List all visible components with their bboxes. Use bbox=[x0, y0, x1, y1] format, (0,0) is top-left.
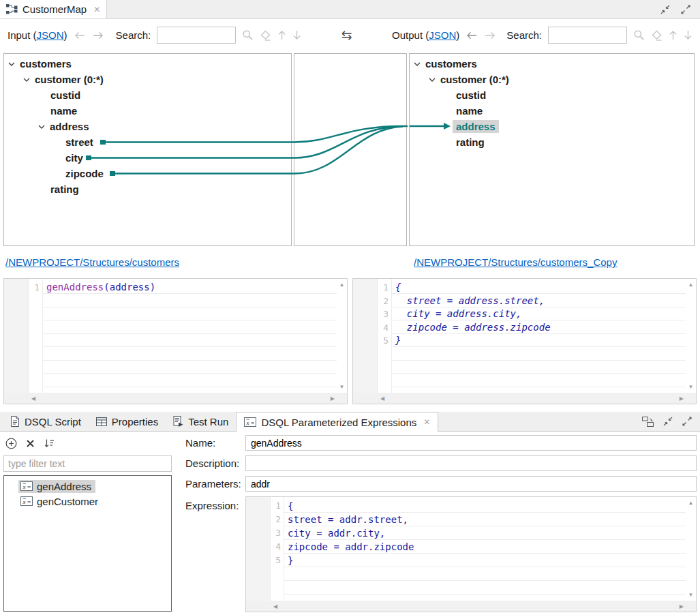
input-tree-item-address[interactable]: address bbox=[4, 119, 291, 134]
tab-test-run[interactable]: Test Run bbox=[166, 412, 236, 431]
back-icon[interactable] bbox=[74, 31, 86, 40]
search-icon[interactable] bbox=[242, 29, 254, 41]
output-clear-icon[interactable] bbox=[651, 29, 663, 41]
output-expression-editor[interactable]: 1 2 3 4 5 { street = address.street, cit… bbox=[352, 278, 697, 404]
scroll-right-icon[interactable]: ▶ bbox=[680, 395, 684, 402]
name-field[interactable] bbox=[245, 435, 697, 451]
tab-customermap[interactable]: CustomerMap ✕ bbox=[0, 0, 107, 18]
output-json-link[interactable]: JSON bbox=[429, 29, 456, 41]
output-forward-icon[interactable] bbox=[484, 31, 496, 40]
chevron-down-icon[interactable] bbox=[429, 78, 436, 82]
output-tree-item-address[interactable]: address bbox=[410, 119, 694, 134]
add-icon[interactable] bbox=[5, 438, 17, 449]
tab-dsql-parameterized-expressions[interactable]: x= DSQL Parameterized Expressions ✕ bbox=[236, 412, 438, 432]
scroll-up-icon[interactable]: ▲ bbox=[688, 500, 694, 506]
minimize-icon[interactable] bbox=[660, 5, 670, 14]
tab-properties[interactable]: Properties bbox=[89, 412, 166, 431]
input-tree-item-customers[interactable]: customers bbox=[4, 56, 291, 72]
output-label: Output (JSON) bbox=[392, 29, 459, 41]
chevron-down-icon[interactable] bbox=[414, 62, 421, 66]
input-structure-link[interactable]: /NEWPROJECT/Structures/customers bbox=[5, 256, 179, 268]
editor-code-area[interactable]: genAddress(address) bbox=[43, 279, 337, 393]
vertical-scrollbar[interactable]: ▲▼ bbox=[686, 497, 696, 601]
tab-title: CustomerMap bbox=[22, 3, 87, 15]
input-tree-item-zipcode[interactable]: zipcode bbox=[4, 166, 291, 181]
sash-divider[interactable] bbox=[0, 404, 700, 412]
output-tree-item-customer[interactable]: customer (0:*) bbox=[410, 72, 694, 87]
input-tree-item-city[interactable]: city bbox=[4, 150, 291, 166]
list-item-gencustomer[interactable]: x= genCustomer bbox=[4, 494, 171, 509]
output-structure-link[interactable]: /NEWPROJECT/Structures/customers_Copy bbox=[414, 256, 617, 268]
output-tree-item-name[interactable]: name bbox=[410, 103, 694, 119]
output-up-icon[interactable] bbox=[669, 30, 678, 40]
map-toolbar: Input (JSON) Search: ⇆ Output (JSON) Sea… bbox=[0, 19, 700, 51]
editor-code-area[interactable]: { street = address.street, city = addres… bbox=[392, 279, 686, 393]
scroll-left-icon[interactable]: ◀ bbox=[31, 395, 35, 402]
input-tree-item-street[interactable]: street bbox=[4, 134, 291, 150]
tree-item-label: customers bbox=[20, 58, 72, 70]
scroll-left-icon[interactable]: ◀ bbox=[273, 603, 277, 610]
parameters-field[interactable] bbox=[245, 476, 697, 492]
change-layout-icon[interactable] bbox=[642, 417, 654, 427]
vertical-scrollbar[interactable]: ▲▼ bbox=[686, 279, 696, 393]
minimize-icon[interactable] bbox=[663, 417, 673, 426]
close-icon[interactable]: ✕ bbox=[423, 417, 430, 427]
scroll-left-icon[interactable]: ◀ bbox=[380, 395, 384, 402]
filter-input[interactable] bbox=[3, 455, 172, 472]
row-separators bbox=[43, 281, 337, 393]
down-icon[interactable] bbox=[292, 30, 301, 40]
input-tree-item-customer[interactable]: customer (0:*) bbox=[4, 72, 291, 87]
forward-icon[interactable] bbox=[92, 31, 104, 40]
tree-item-label: rating bbox=[456, 136, 485, 148]
horizontal-scrollbar[interactable]: ◀▶ bbox=[353, 393, 696, 404]
expressions-toolbar bbox=[3, 434, 183, 452]
scroll-right-icon[interactable]: ▶ bbox=[680, 603, 684, 610]
chevron-down-icon[interactable] bbox=[8, 62, 15, 66]
input-tree-item-rating[interactable]: rating bbox=[4, 181, 291, 197]
scroll-up-icon[interactable]: ▲ bbox=[688, 282, 694, 288]
input-tree-item-custid[interactable]: custid bbox=[4, 87, 291, 103]
input-json-link[interactable]: JSON bbox=[37, 29, 64, 41]
output-tree-item-customers[interactable]: customers bbox=[410, 56, 694, 72]
up-icon[interactable] bbox=[277, 30, 286, 40]
scroll-right-icon[interactable]: ▶ bbox=[331, 395, 335, 402]
sort-icon[interactable] bbox=[44, 438, 55, 448]
mapping-canvas[interactable] bbox=[294, 53, 407, 246]
expression-editor[interactable]: 1 2 3 4 5 { street = addr.street, city =… bbox=[245, 496, 697, 612]
output-tree-item-custid[interactable]: custid bbox=[410, 87, 694, 103]
scroll-down-icon[interactable]: ▼ bbox=[339, 384, 345, 390]
input-expression-editor[interactable]: 1 genAddress(address) ▲▼ ◀▶ bbox=[3, 278, 348, 404]
editor-margin bbox=[246, 497, 271, 601]
chevron-down-icon[interactable] bbox=[38, 125, 45, 129]
input-search-input[interactable] bbox=[157, 27, 236, 44]
scroll-down-icon[interactable]: ▼ bbox=[688, 384, 694, 390]
delete-icon[interactable] bbox=[26, 439, 35, 448]
output-search-icon[interactable] bbox=[633, 29, 645, 41]
list-item-genaddress[interactable]: x= genAddress bbox=[4, 479, 171, 494]
scroll-down-icon[interactable]: ▼ bbox=[688, 592, 694, 598]
output-back-icon[interactable] bbox=[466, 31, 478, 40]
output-tree-item-rating[interactable]: rating bbox=[410, 134, 694, 150]
clear-icon[interactable] bbox=[260, 29, 271, 41]
horizontal-scrollbar[interactable]: ◀▶ bbox=[246, 601, 696, 612]
scroll-up-icon[interactable]: ▲ bbox=[339, 282, 345, 288]
close-icon[interactable]: ✕ bbox=[93, 5, 100, 14]
properties-icon bbox=[96, 417, 107, 426]
editor-code-area[interactable]: { street = addr.street, city = addr.city… bbox=[284, 497, 686, 601]
tab-dsql-script[interactable]: DSQL Script bbox=[3, 412, 89, 431]
maximize-icon[interactable] bbox=[682, 417, 692, 426]
chevron-down-icon[interactable] bbox=[23, 78, 30, 82]
description-field[interactable] bbox=[245, 455, 697, 471]
output-tree-panel[interactable]: customers customer (0:*) custid name add… bbox=[409, 53, 695, 246]
output-search-input[interactable] bbox=[548, 27, 627, 44]
maximize-icon[interactable] bbox=[681, 5, 690, 14]
svg-text:=: = bbox=[27, 483, 31, 490]
input-tree-panel[interactable]: customers customer (0:*) custid name add… bbox=[3, 53, 292, 246]
vertical-scrollbar[interactable]: ▲▼ bbox=[337, 279, 347, 393]
horizontal-scrollbar[interactable]: ◀▶ bbox=[4, 393, 347, 404]
input-tree-item-name[interactable]: name bbox=[4, 103, 291, 119]
expressions-listbox[interactable]: x= genAddress x= genCustomer bbox=[3, 475, 172, 612]
code-line: city = address.city, bbox=[395, 308, 686, 321]
swap-icon[interactable]: ⇆ bbox=[341, 29, 352, 42]
output-down-icon[interactable] bbox=[684, 30, 693, 40]
